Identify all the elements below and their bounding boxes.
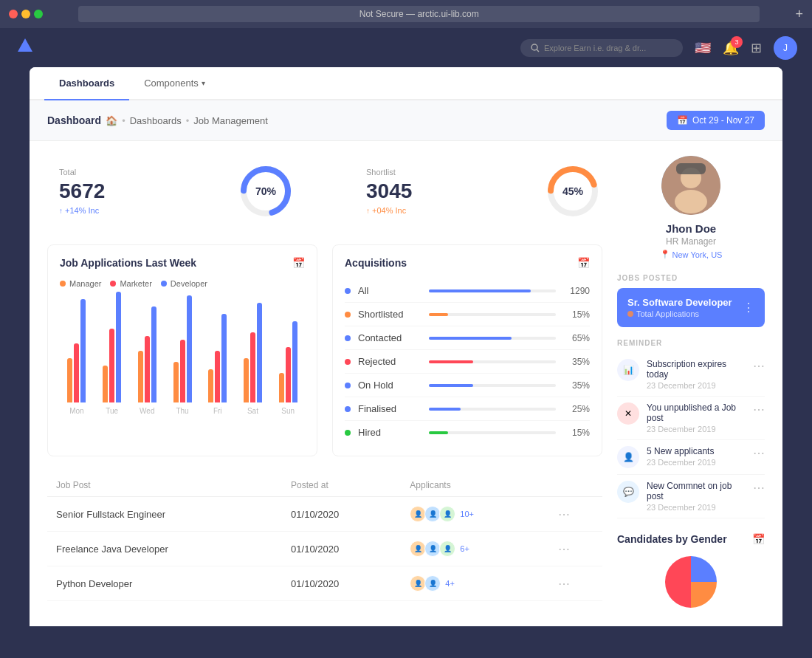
calendar-icon: 📅 [677,115,688,126]
job-applications-chart: Job Applications Last Week 📅 Manager Mar… [47,244,317,456]
right-panel: Jhon Doe HR Manager 📍 New York, US JOBS … [617,156,765,611]
calendar-icon3[interactable]: 📅 [752,533,765,545]
flag-icon[interactable]: 🇺🇸 [695,40,711,56]
search-bar[interactable]: Explore Earn i.e. drag & dr... [520,39,683,57]
new-tab-button[interactable]: + [795,7,803,22]
acq-dot-all [345,288,351,294]
maximize-button[interactable] [34,10,43,18]
acq-calendar-icon[interactable]: 📅 [577,257,590,269]
job-date-3: 01/10/2020 [282,566,401,601]
job-card-active[interactable]: Sr. Software Developer Total Application… [617,288,765,327]
breadcrumb: Dashboard 🏠 • Dashboards • Job Managemen… [47,114,268,126]
tab-dashboards[interactable]: Dashboards [44,67,129,100]
bar-tue-developer [116,292,121,402]
arrow-up-icon2: ↑ [366,207,370,215]
search-icon [531,44,540,52]
job-date-2: 01/10/2020 [282,532,401,566]
legend-developer: Developer [161,279,207,288]
search-placeholder: Explore Earn i.e. drag & dr... [544,44,646,52]
acq-dot-shortlisted [345,312,351,318]
reminder-more-0[interactable]: ⋯ [753,359,765,373]
bar-thu-manager [173,362,179,402]
minimize-button[interactable] [21,10,30,18]
job-title-3: Python Developer [47,566,282,601]
notification-button[interactable]: 🔔 3 [723,40,739,56]
bar-thu-marketer [180,340,185,402]
chevron-down-icon: ▾ [202,79,205,87]
more-button-3[interactable]: ⋯ [558,577,570,591]
total-stat-card: Total 5672 ↑ +14% Inc [47,156,221,227]
bar-label-thu: Thu [176,407,188,415]
avatar-8: 👤 [424,575,441,592]
bar-fri-marketer [215,351,220,402]
jobs-posted-section: JOBS POSTED Sr. Software Developer Total… [617,274,765,327]
calendar-icon2[interactable]: 📅 [292,257,305,269]
close-button[interactable] [9,10,18,18]
profile-role: HR Manager [617,236,765,247]
job-card-menu[interactable]: ⋮ [743,301,754,315]
shortlist-value: 3045 [366,179,517,203]
bar-label-sun: Sun [281,407,295,415]
charts-section: Job Applications Last Week 📅 Manager Mar… [47,244,602,456]
address-bar[interactable]: Not Secure — arctic.ui-lib.com [78,6,760,22]
job-applicants-1: 👤 👤 👤 10+ [401,497,548,532]
bar-wed-developer [151,306,156,402]
more-button-2[interactable]: ⋯ [558,542,570,556]
bar-wed-manager [138,351,143,402]
acquisitions-chart: Acquisitions 📅 All 1290 [332,244,602,456]
acq-item-contacted: Contacted 65% [345,326,590,350]
shortlist-change: ↑ +04% Inc [366,206,517,215]
table-row: Freelance Java Developer 01/10/2020 👤 👤 … [47,532,602,566]
jobs-table-head: Job Post Posted at Applicants [47,474,602,497]
chart-title: Job Applications Last Week [60,257,196,269]
acq-dot-hired [345,430,351,436]
reminder-icon-1: ✕ [617,402,639,425]
bar-thu-developer [187,295,192,402]
reminder-item-0: 📊 Subscription expires today 23 December… [617,353,765,397]
user-avatar[interactable]: J [774,36,797,60]
reminder-more-1[interactable]: ⋯ [753,402,765,417]
reminder-text-0: Subscription expires today 23 December 2… [647,359,746,390]
acq-bar-finalised [429,408,556,411]
col-job-post: Job Post [47,474,282,497]
bar-sat-developer [257,303,262,402]
reminder-text-2: 5 New applicants 23 December 2019 [647,446,746,467]
reminder-more-2[interactable]: ⋯ [753,446,765,460]
bar-group-tue: Tue [98,299,126,415]
more-button-1[interactable]: ⋯ [558,507,570,521]
job-date-1: 01/10/2020 [282,497,401,532]
reminder-text-3: New Commnet on job post 23 December 2019 [647,481,746,512]
applicant-avatars-2: 👤 👤 👤 6+ [410,541,540,557]
job-applicants-3: 👤 👤 4+ [401,566,548,601]
table-row: Senior Fullstack Engineer 01/10/2020 👤 👤… [47,497,602,532]
reminder-item-3: 💬 New Commnet on job post 23 December 20… [617,475,765,518]
total-donut: 70% [236,162,295,221]
table-row: Python Developer 01/10/2020 👤 👤 4+ [47,566,602,601]
reminder-icon-0: 📊 [617,359,639,381]
reminder-item-2: 👤 5 New applicants 23 December 2019 ⋯ [617,440,765,475]
bar-fri-manager [208,369,213,402]
col-applicants: Applicants [401,474,548,497]
shortlist-donut: 45% [543,162,602,221]
svg-point-9 [675,190,707,213]
logo [15,35,35,60]
grid-icon[interactable]: ⊞ [751,40,762,56]
avatar-4: 👤 [410,541,426,557]
jobs-table: Job Post Posted at Applicants Senior Ful… [47,474,602,601]
acq-bar-rejected [429,360,556,363]
acq-item-rejected: Rejected 35% [345,350,590,374]
reminder-more-3[interactable]: ⋯ [753,481,765,495]
page-header: Dashboard 🏠 • Dashboards • Job Managemen… [30,100,782,141]
col-actions [549,474,602,497]
jobs-posted-label: JOBS POSTED [617,274,765,282]
bar-sun-manager [279,373,284,402]
profile-card: Jhon Doe HR Manager 📍 New York, US [617,156,765,259]
avatar-5: 👤 [424,541,441,557]
job-card-title: Sr. Software Developer [627,297,732,308]
date-range-button[interactable]: 📅 Oct 29 - Nov 27 [667,111,765,130]
candidates-section: Candidates by Gender 📅 [617,533,765,611]
tab-components[interactable]: Components ▾ [129,67,220,100]
avatar-1: 👤 [410,506,426,522]
job-actions-2: ⋯ [549,532,602,566]
acq-item-all: All 1290 [345,279,590,303]
